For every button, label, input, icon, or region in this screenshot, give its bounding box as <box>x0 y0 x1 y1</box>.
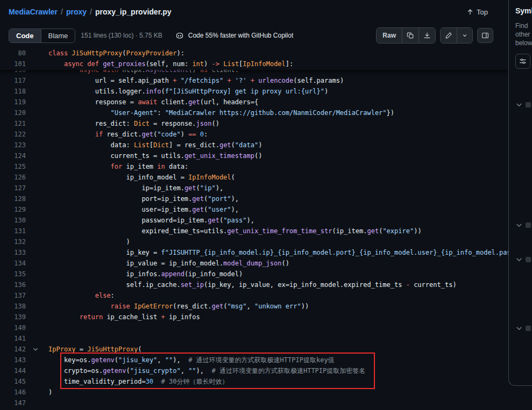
line-number[interactable]: 117 <box>0 77 30 84</box>
code-text: current_ts = utils.get_unix_timestamp() <box>41 152 262 160</box>
chevron-down-icon <box>515 101 523 109</box>
code-text: self.ip_cache.set_ip(ip_key, ip_value, e… <box>41 281 457 289</box>
code-line: 122 if res_dict.get("code") == 0: <box>0 129 508 140</box>
line-number[interactable]: 125 <box>0 163 30 170</box>
line-number[interactable]: 146 <box>0 389 30 396</box>
line-number[interactable]: 130 <box>0 217 30 224</box>
breadcrumb-separator: / <box>90 8 92 16</box>
line-number[interactable]: 119 <box>0 98 30 106</box>
code-line: 141 <box>0 333 508 344</box>
code-line: 134 ip_value = ip_info_model.model_dump_… <box>0 258 508 269</box>
code-line: 136 self.ip_cache.set_ip(ip_key, ip_valu… <box>0 279 508 290</box>
symbol-collapse-chevron[interactable] <box>515 256 531 263</box>
code-text: res_dict: Dict = response.json() <box>41 120 219 127</box>
line-number[interactable]: 143 <box>0 356 30 364</box>
side-panel-icon <box>481 32 489 39</box>
line-number[interactable]: 120 <box>0 109 30 117</box>
code-line: 142IpProxy = JiSuHttpProxy( <box>0 344 508 355</box>
code-line: 80class JiSuHttpProxy(ProxyProvider): <box>0 48 508 59</box>
line-number[interactable]: 127 <box>0 184 30 192</box>
line-number[interactable]: 144 <box>0 367 30 375</box>
code-line: 146) <box>0 387 508 398</box>
code-text: ip=ip_item.get("ip"), <box>41 184 223 192</box>
line-number[interactable]: 147 <box>0 399 30 407</box>
back-to-top-button[interactable]: Top <box>463 8 491 17</box>
line-number[interactable]: 124 <box>0 152 30 160</box>
breadcrumb-repo-link[interactable]: MediaCrawler <box>9 8 58 16</box>
line-number[interactable]: 137 <box>0 292 30 299</box>
code-line: 137 else: <box>0 290 508 301</box>
file-toolbar: Code Blame 151 lines (130 loc) · 5.75 KB… <box>0 24 532 47</box>
code-text: utils.logger.info(f"[JiSuHttpProxy] get … <box>41 88 328 95</box>
line-number[interactable]: 139 <box>0 313 30 321</box>
line-number[interactable]: 140 <box>0 324 30 332</box>
code-text: ) <box>41 238 130 246</box>
toolbar-actions: Raw <box>376 27 493 44</box>
code-text: key=os.getenv("jisu_key", ""), # 通过环境变量的… <box>41 356 335 365</box>
line-number[interactable]: 141 <box>0 335 30 342</box>
code-lines: 116 async with httpx.AsyncClient() as cl… <box>0 64 508 408</box>
code-line: 135 ip_infos.append(ip_info_model) <box>0 269 508 279</box>
code-text: if res_dict.get("code") == 0: <box>41 131 208 138</box>
line-number[interactable]: 138 <box>0 303 30 310</box>
code-line: 133 ip_key = f"JISUHTTP_{ip_info_model.i… <box>0 247 508 258</box>
edit-button[interactable] <box>441 28 457 43</box>
edit-dropdown-button[interactable] <box>457 28 472 43</box>
line-number[interactable]: 136 <box>0 281 30 289</box>
code-line: 117 url = self.api_path + "/fetchips" + … <box>0 75 508 86</box>
code-text: response = await client.get(url, headers… <box>41 98 258 106</box>
chevron-down-icon <box>515 256 523 263</box>
line-number[interactable]: 142 <box>0 346 30 353</box>
copilot-icon <box>175 31 184 40</box>
line-number[interactable]: 126 <box>0 174 30 181</box>
line-number[interactable]: 145 <box>0 378 30 385</box>
line-number[interactable]: 129 <box>0 206 30 213</box>
symbols-panel-title: Symbols <box>515 6 532 15</box>
line-number[interactable]: 121 <box>0 120 30 127</box>
code-line: 118 utils.logger.info(f"[JiSuHttpProxy] … <box>0 86 508 97</box>
copilot-badge-text: Code 55% faster with GitHub Copilot <box>188 32 293 39</box>
code-text: for ip_item in data: <box>41 163 188 170</box>
code-line: 140 <box>0 322 508 333</box>
raw-copy-download-group: Raw <box>376 27 436 44</box>
line-number[interactable]: 118 <box>0 88 30 95</box>
symbol-label-stub <box>526 102 531 107</box>
code-line: 139 return ip_cache_list + ip_infos <box>0 312 508 322</box>
symbols-panel-description: Find other below <box>515 21 532 47</box>
line-number[interactable]: 132 <box>0 238 30 246</box>
symbols-panel-toggle-button[interactable] <box>477 28 493 43</box>
copy-button[interactable] <box>402 28 418 43</box>
code-line: 120 "User-Agent": "MediaCrawler https://… <box>0 107 508 118</box>
line-number[interactable]: 128 <box>0 195 30 203</box>
tab-blame[interactable]: Blame <box>41 29 75 42</box>
line-number[interactable]: 135 <box>0 270 30 278</box>
line-number[interactable]: 101 <box>0 60 30 68</box>
line-number[interactable]: 134 <box>0 260 30 267</box>
file-header: MediaCrawler / proxy / proxy_ip_provider… <box>0 0 532 24</box>
line-number[interactable]: 80 <box>0 49 30 57</box>
fold-chevron-icon[interactable] <box>30 346 41 353</box>
code-text: user=ip_item.get("user"), <box>41 206 239 213</box>
filter-button[interactable] <box>515 54 530 69</box>
code-line: 143 key=os.getenv("jisu_key", ""), # 通过环… <box>0 355 508 365</box>
breadcrumb-folder-link[interactable]: proxy <box>66 8 87 16</box>
symbols-description-line: other <box>515 30 532 39</box>
symbol-collapse-chevron[interactable] <box>515 325 531 332</box>
symbols-panel: Symbols Find other below <box>508 0 532 386</box>
code-text: "User-Agent": "MediaCrawler https://gith… <box>41 109 394 117</box>
line-number[interactable]: 122 <box>0 131 30 138</box>
code-line: 131 expired_time_ts=utils.get_unix_time_… <box>0 226 508 236</box>
code-text: crypto=os.getenv("jisu_crypto", ""), # 通… <box>41 366 365 376</box>
copy-icon <box>407 32 414 39</box>
code-text: password=ip_item.get("pass"), <box>41 217 254 224</box>
raw-button[interactable]: Raw <box>377 28 402 43</box>
symbol-collapse-chevron[interactable] <box>515 221 531 229</box>
tab-code[interactable]: Code <box>9 29 41 42</box>
line-number[interactable]: 131 <box>0 227 30 235</box>
download-button[interactable] <box>418 28 435 43</box>
symbol-collapse-chevron[interactable] <box>515 101 531 109</box>
filter-icon <box>519 57 527 65</box>
line-number[interactable]: 133 <box>0 249 30 256</box>
line-number[interactable]: 123 <box>0 141 30 149</box>
code-line: 128 port=ip_item.get("port"), <box>0 193 508 204</box>
